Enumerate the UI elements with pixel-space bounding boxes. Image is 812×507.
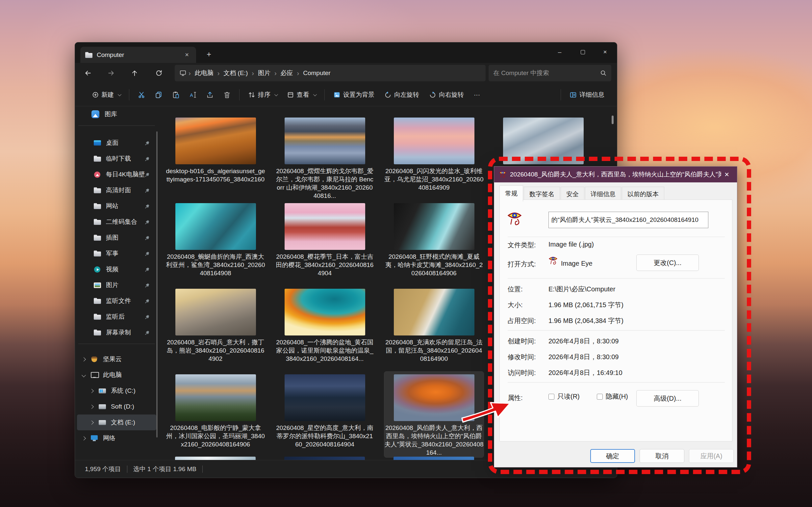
- file-tile[interactable]: 20260408_闪闪发光的盐水_玻利维亚，乌尤尼盐沼_3840x2160_20…: [384, 115, 484, 201]
- rotate-left-label: 向左旋转: [394, 91, 419, 99]
- grid-scrollbar[interactable]: [612, 116, 614, 124]
- breadcrumb-label[interactable]: 此电脑: [191, 67, 217, 79]
- ok-button[interactable]: 确定: [590, 449, 635, 463]
- cancel-button[interactable]: 取消: [640, 449, 684, 463]
- file-tile[interactable]: 20260408_星空的高度_意大利，南蒂罗尔的派特勒科费尔山_3840x216…: [275, 372, 374, 457]
- sidebar-item-gallery[interactable]: 图库: [77, 106, 156, 122]
- sidebar-item-pinned-folder[interactable]: 插图: [77, 230, 156, 245]
- sidebar-item-pinned-folder[interactable]: 桌面: [77, 135, 156, 151]
- sidebar-item-pinned-folder[interactable]: 临时下载: [77, 151, 156, 167]
- created-value: 2026年4月8日，8:30:09: [549, 337, 619, 346]
- breadcrumb-label[interactable]: Computer: [300, 68, 334, 78]
- search-icon[interactable]: [600, 70, 607, 76]
- file-tile[interactable]: 20260408_岩石哨兵_意大利，撒丁岛，熊岩_3840x2160_20260…: [166, 286, 265, 372]
- chevron-right-icon[interactable]: [81, 357, 86, 361]
- tab-close-icon[interactable]: ×: [182, 50, 191, 60]
- search-box[interactable]: [489, 65, 611, 81]
- breadcrumb-segment[interactable]: 图片 ›: [255, 67, 277, 79]
- sidebar-item-pinned-folder[interactable]: 图片: [77, 277, 156, 293]
- paste-button[interactable]: [168, 88, 183, 101]
- sidebar-item-pinned-folder[interactable]: 监听文件: [77, 293, 156, 309]
- advanced-button[interactable]: 高级(D)...: [636, 390, 699, 407]
- divider: [508, 330, 725, 331]
- sidebar-item-nutstore[interactable]: 坚果云: [77, 351, 156, 367]
- breadcrumb-label[interactable]: 图片: [255, 67, 274, 79]
- file-tile[interactable]: 20260408_狂野模式的海滩_夏威夷，哈纳卡皮艾海滩_3840x2160_2…: [384, 201, 484, 286]
- file-name: 20260408_蜿蜒曲折的海岸_西澳大利亚州，鲨鱼湾_3840x2160_20…: [166, 252, 265, 277]
- sidebar-item-this-pc[interactable]: 此电脑: [77, 367, 156, 383]
- refresh-button[interactable]: [152, 66, 166, 80]
- readonly-checkbox[interactable]: [549, 394, 554, 400]
- sidebar-item-pinned-folder[interactable]: 监听后: [77, 309, 156, 325]
- chevron-down-icon[interactable]: [81, 373, 86, 377]
- sidebar-item-pinned-folder[interactable]: 军事: [77, 245, 156, 262]
- breadcrumb-segment[interactable]: 文档 (E:) ›: [220, 67, 255, 79]
- system-drive-icon: [99, 387, 106, 394]
- search-input[interactable]: [493, 69, 600, 77]
- sidebar-scrollbar[interactable]: [156, 131, 158, 438]
- drive-icon: [99, 419, 106, 426]
- close-button[interactable]: ×: [598, 45, 613, 60]
- breadcrumb-label[interactable]: 文档 (E:): [220, 67, 251, 79]
- forward-button[interactable]: [104, 66, 118, 80]
- copy-button[interactable]: [151, 88, 166, 101]
- sidebar-item-network[interactable]: 网络: [77, 430, 156, 446]
- file-tile[interactable]: 20260408_熠熠生辉的戈尔韦郡_爱尔兰，戈尔韦郡，康尼马拉的 Bencor…: [275, 115, 374, 201]
- sidebar-item-drive-e[interactable]: 文档 (E:): [77, 414, 156, 430]
- minimize-button[interactable]: –: [552, 45, 567, 60]
- more-options-button[interactable]: ···: [470, 88, 484, 101]
- sidebar-item-pinned-folder[interactable]: 屏幕录制: [77, 325, 156, 340]
- accessed-label: 访问时间:: [508, 369, 536, 377]
- file-tile[interactable]: 20260408_充满欢乐的留尼汪岛_法国，留尼汪岛_3840x2160_202…: [384, 286, 484, 372]
- dialog-close-button[interactable]: ×: [721, 170, 732, 179]
- rotate-right-button[interactable]: 向右旋转: [425, 88, 468, 102]
- sort-icon: [248, 91, 255, 99]
- sidebar-item-drive-c[interactable]: 系统 (C:): [77, 383, 156, 399]
- chevron-right-icon[interactable]: [89, 389, 94, 393]
- sidebar-item-label: 网站: [106, 202, 145, 210]
- rename-button[interactable]: A: [185, 88, 200, 101]
- breadcrumb-label[interactable]: 必应: [277, 67, 297, 79]
- file-tile[interactable]: 20260408_一个沸腾的盆地_黄石国家公园，诺里斯间歇泉盆地的温泉_3840…: [275, 286, 374, 372]
- apply-button[interactable]: 应用(A): [689, 449, 734, 463]
- breadcrumb-segment[interactable]: Computer ›: [300, 67, 334, 79]
- sidebar-item-label: 坚果云: [103, 355, 122, 363]
- chevron-right-icon[interactable]: [89, 405, 94, 409]
- sidebar-item-drive-d[interactable]: Soft (D:): [77, 399, 156, 414]
- sidebar-item-pinned-folder[interactable]: 网站: [77, 198, 156, 214]
- rotate-left-button[interactable]: 向左旋转: [380, 88, 423, 102]
- cut-button[interactable]: [134, 88, 149, 101]
- sidebar-item-pinned-folder[interactable]: 每日4K电脑壁纸: [77, 167, 156, 182]
- chevron-right-icon[interactable]: [89, 420, 94, 425]
- folder-icon: [93, 218, 101, 226]
- up-button[interactable]: [127, 66, 142, 80]
- back-button[interactable]: [81, 66, 95, 80]
- maximize-button[interactable]: [575, 45, 590, 60]
- breadcrumb-segment[interactable]: 此电脑 ›: [191, 67, 221, 79]
- new-tab-button[interactable]: +: [203, 48, 215, 61]
- sidebar-item-pinned-folder[interactable]: 二维码集合: [77, 214, 156, 230]
- file-tile[interactable]: 20260408_蜿蜒曲折的海岸_西澳大利亚州，鲨鱼湾_3840x2160_20…: [166, 201, 265, 286]
- pin-icon: [145, 251, 150, 256]
- tab-computer[interactable]: Computer ×: [80, 47, 196, 63]
- pin-icon: [145, 235, 150, 240]
- hidden-checkbox[interactable]: [597, 394, 603, 400]
- new-button[interactable]: 新建: [88, 88, 124, 102]
- dialog-tab[interactable]: 常规: [499, 185, 523, 202]
- change-app-button[interactable]: 更改(C)...: [636, 255, 699, 271]
- file-tile[interactable]: 20260408_电影般的宁静_蒙大拿州，冰川国家公园，圣玛丽湖_3840x21…: [166, 372, 265, 457]
- sidebar-item-pinned-folder[interactable]: 视频: [77, 262, 156, 277]
- delete-button[interactable]: [220, 88, 235, 101]
- chevron-right-icon[interactable]: [81, 436, 86, 441]
- share-button[interactable]: [202, 88, 217, 101]
- file-tile[interactable]: desktop-b016_ds_algeriasunset_gettyimage…: [166, 115, 265, 201]
- details-pane-button[interactable]: 详细信息: [566, 88, 608, 102]
- set-as-background-button[interactable]: 设置为背景: [329, 88, 378, 102]
- filename-input[interactable]: [549, 212, 708, 228]
- breadcrumb-segment[interactable]: 必应 ›: [277, 67, 300, 79]
- sort-button[interactable]: 排序: [244, 88, 281, 102]
- folder-icon: [93, 234, 101, 241]
- view-button[interactable]: 查看: [283, 88, 320, 102]
- file-tile[interactable]: 20260408_樱花季节_日本，富士吉田的樱花_3840x2160_20260…: [275, 201, 374, 286]
- sidebar-item-pinned-folder[interactable]: 高清封面: [77, 182, 156, 198]
